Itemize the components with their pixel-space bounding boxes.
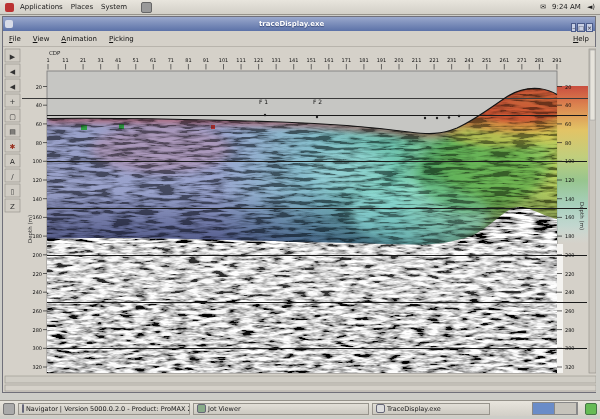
right-axis-tick-label: 140 [565,196,575,202]
menu-picking[interactable]: Picking [109,35,134,43]
pick-dot [316,116,318,118]
right-axis-tick-label: 100 [565,158,575,164]
right-axis-tick-label: 220 [565,271,575,277]
workspace-1[interactable] [533,403,555,414]
menu-view[interactable]: View [33,35,50,43]
step-back-icon: ◀ [10,68,16,76]
pick-dot [448,116,450,118]
menu-animation[interactable]: Animation [61,35,97,43]
cdp-tick-label: 71 [168,57,174,63]
cdp-tick-label: 41 [115,57,121,63]
speaker-icon[interactable]: ◄) [587,3,595,11]
trash-icon[interactable] [585,403,597,415]
cdp-tick-label: 11 [62,57,68,63]
cdp-tick-label: 201 [394,57,404,63]
panel-menu-system[interactable]: System [101,3,127,11]
cdp-tick-label: 31 [97,57,103,63]
gnome-taskbar: Navigator | Version 5000.0.2.0 - Product… [0,400,600,416]
right-axis-tick-label: 200 [565,252,575,258]
cdp-tick-label: 241 [464,57,474,63]
printer-icon[interactable] [141,2,152,13]
right-axis-tick-label: 120 [565,177,575,183]
right-axis-tick-label: 60 [565,121,571,127]
cdp-tick-label: 21 [80,57,86,63]
left-axis-tick-label: 120 [32,177,42,183]
zoom-tool-icon: Z [10,203,15,211]
gnome-top-panel: ApplicationsPlacesSystem ✉ 9:24 AM ◄) [0,0,600,15]
window-icon[interactable] [5,20,13,28]
cdp-tick-label: 271 [517,57,527,63]
panel-menu-applications[interactable]: Applications [20,3,63,11]
mail-icon[interactable]: ✉ [540,3,546,11]
title-bar[interactable]: traceDisplay.exe –□× [3,17,595,31]
cdp-tick-label: 131 [271,57,281,63]
task-button-1[interactable]: Navigator | Version 5000.0.2.0 - Product… [18,403,190,415]
cdp-tick-label: 261 [500,57,510,63]
pick-dot [264,114,266,116]
cdp-tick-label: 181 [359,57,369,63]
cdp-tick-label: 231 [447,57,457,63]
workspace-2[interactable] [555,403,577,414]
left-axis-tick-label: 180 [32,233,42,239]
window-title: traceDisplay.exe [13,20,570,28]
left-axis-tick-label: 20 [36,84,42,90]
pick-dot [458,115,460,117]
left-axis-tick-label: 160 [32,214,42,220]
pick-dot [436,117,438,119]
task-button-3[interactable]: TraceDisplay.exe [372,403,490,415]
horizontal-scrollbar[interactable] [5,376,596,383]
left-axis-tick-label: 220 [32,271,42,277]
menu-bar: FileViewAnimationPicking Help [3,31,595,47]
cdp-tick-label: 121 [254,57,264,63]
menu-help[interactable]: Help [573,35,589,43]
cdp-tick-label: 61 [150,57,156,63]
cdp-tick-label: 221 [429,57,439,63]
status-bar [5,385,596,391]
left-axis-tick-label: 260 [32,308,42,314]
left-toolbar: ▶◀◀+▢▤✱A∕▯Z [5,49,20,212]
crosshair-icon: + [10,98,16,106]
left-axis-tick-label: 320 [32,364,42,370]
right-axis-tick-label: 240 [565,289,575,295]
cdp-tick-label: 51 [133,57,139,63]
panel-menu-places[interactable]: Places [71,3,93,11]
show-desktop-icon[interactable] [3,403,15,415]
cdp-tick-label: 111 [236,57,246,63]
navigator-icon [22,404,24,413]
cdp-tick-label: 1 [46,57,49,63]
left-axis-tick-label: 40 [36,102,42,108]
right-axis-tick-label: 80 [565,140,571,146]
left-axis-tick-label: 200 [32,252,42,258]
cdp-tick-label: 171 [342,57,352,63]
close-button[interactable]: × [586,23,593,32]
workspace-switcher[interactable] [532,402,578,415]
distro-logo-icon[interactable] [5,3,14,12]
right-axis-tick-label: 320 [565,364,575,370]
pick-dot [424,117,426,119]
maximize-button[interactable]: □ [577,23,585,32]
right-axis-tick-label: 260 [565,308,575,314]
left-axis-tick-label: 60 [36,121,42,127]
cdp-tick-label: 101 [219,57,229,63]
play-forward-icon: ▶ [10,53,16,61]
ruler-axis-label: CDP [49,50,61,56]
cdp-tick-label: 281 [535,57,545,63]
fault-label-f1: F 1 [259,98,268,105]
task-button-2[interactable]: Jot Viewer [193,403,369,415]
layers-icon: ▤ [9,128,16,136]
app-window: traceDisplay.exe –□× FileViewAnimationPi… [2,16,596,393]
left-axis-tick-label: 80 [36,140,42,146]
cdp-tick-label: 91 [203,57,209,63]
trace-icon [376,404,385,413]
right-axis-tick-label: 40 [565,102,571,108]
plot-area: ▶◀◀+▢▤✱A∕▯ZCDP11121314151617181911011111… [4,47,596,392]
right-axis-tick-label: 160 [565,214,575,220]
cdp-tick-label: 141 [289,57,299,63]
left-axis-tick-label: 240 [32,289,42,295]
minimize-button[interactable]: – [571,23,576,32]
left-axis-tick-label: 140 [32,196,42,202]
menu-file[interactable]: File [9,35,21,43]
clock[interactable]: 9:24 AM [552,3,581,11]
left-axis-tick-label: 280 [32,327,42,333]
cdp-tick-label: 211 [412,57,422,63]
